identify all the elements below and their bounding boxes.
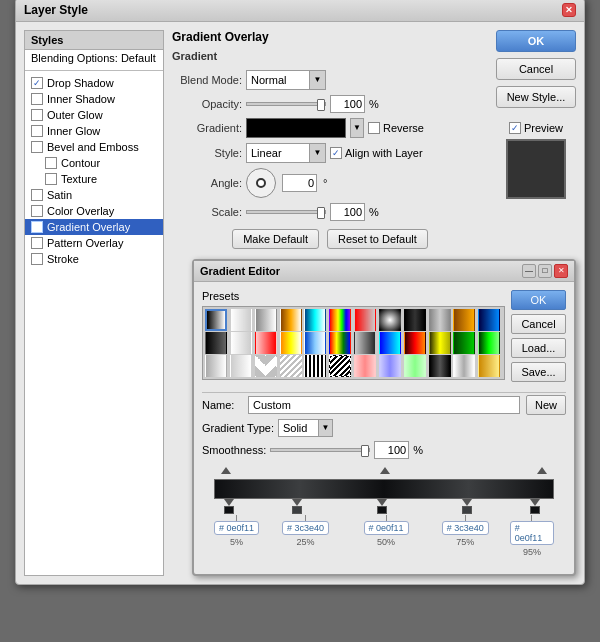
ge-save-button[interactable]: Save... [511,362,566,382]
color-stop-5pct[interactable] [224,499,234,514]
preset-3[interactable] [255,309,277,331]
ge-close-button[interactable]: ✕ [554,264,568,278]
inner-shadow-checkbox[interactable] [31,93,43,105]
style-item-pattern-overlay[interactable]: Pattern Overlay [25,235,163,251]
style-item-contour[interactable]: Contour [25,155,163,171]
preset-18[interactable] [329,332,351,354]
opacity-stop-left[interactable] [221,467,231,474]
preset-11[interactable] [453,309,475,331]
preset-9[interactable] [404,309,426,331]
opacity-stop-right[interactable] [537,467,547,474]
preset-19[interactable] [354,332,376,354]
ok-button[interactable]: OK [496,30,576,52]
preset-31[interactable] [354,355,376,377]
style-item-color-overlay[interactable]: Color Overlay [25,203,163,219]
style-item-stroke[interactable]: Stroke [25,251,163,267]
ge-load-button[interactable]: Load... [511,338,566,358]
style-select[interactable]: Linear ▼ [246,143,326,163]
gradient-bar[interactable] [214,479,554,499]
opacity-slider[interactable] [246,102,326,106]
cancel-button[interactable]: Cancel [496,58,576,80]
smoothness-slider-thumb[interactable] [361,445,369,457]
opacity-slider-thumb[interactable] [317,99,325,111]
style-item-drop-shadow[interactable]: Drop Shadow [25,75,163,91]
preset-13[interactable] [205,332,227,354]
preset-23[interactable] [453,332,475,354]
align-layer-checkbox[interactable] [330,147,342,159]
preset-16[interactable] [280,332,302,354]
name-input[interactable] [248,396,520,414]
style-item-texture[interactable]: Texture [25,171,163,187]
color-stop-75pct[interactable] [462,499,472,514]
new-gradient-button[interactable]: New [526,395,566,415]
scale-slider[interactable] [246,210,326,214]
preset-10[interactable] [429,309,451,331]
preset-35[interactable] [453,355,475,377]
style-item-inner-shadow[interactable]: Inner Shadow [25,91,163,107]
smoothness-slider[interactable] [270,448,370,452]
preset-4[interactable] [280,309,302,331]
style-item-blending[interactable]: Blending Options: Default [25,50,163,66]
preset-22[interactable] [429,332,451,354]
preset-33[interactable] [404,355,426,377]
scale-slider-thumb[interactable] [317,207,325,219]
scale-input[interactable] [330,203,365,221]
preset-6[interactable] [329,309,351,331]
preset-26[interactable] [230,355,252,377]
preset-12[interactable] [478,309,500,331]
preview-checkbox[interactable] [509,122,521,134]
minimize-button[interactable]: — [522,264,536,278]
color-stop-25pct[interactable] [292,499,302,514]
maximize-button[interactable]: □ [538,264,552,278]
gradient-type-select[interactable]: Solid ▼ [278,419,333,437]
close-button[interactable]: ✕ [562,3,576,17]
ge-ok-button[interactable]: OK [511,290,566,310]
style-item-inner-glow[interactable]: Inner Glow [25,123,163,139]
preset-8[interactable] [379,309,401,331]
preset-30[interactable] [329,355,351,377]
angle-dial[interactable] [246,168,276,198]
texture-checkbox[interactable] [45,173,57,185]
color-stop-50pct[interactable] [377,499,387,514]
preset-14[interactable] [230,332,252,354]
pattern-overlay-checkbox[interactable] [31,237,43,249]
reset-default-button[interactable]: Reset to Default [327,229,428,249]
new-style-button[interactable]: New Style... [496,86,576,108]
opacity-input[interactable] [330,95,365,113]
bevel-emboss-checkbox[interactable] [31,141,43,153]
smoothness-input[interactable] [374,441,409,459]
preset-15[interactable] [255,332,277,354]
preset-32[interactable] [379,355,401,377]
opacity-stop-center[interactable] [380,467,390,474]
gradient-swatch[interactable] [246,118,346,138]
preset-27[interactable] [255,355,277,377]
style-item-outer-glow[interactable]: Outer Glow [25,107,163,123]
style-item-gradient-overlay[interactable]: Gradient Overlay [25,219,163,235]
satin-checkbox[interactable] [31,189,43,201]
preset-1[interactable] [205,309,227,331]
style-item-bevel-emboss[interactable]: Bevel and Emboss [25,139,163,155]
color-stop-95pct[interactable] [530,499,540,514]
ge-cancel-button[interactable]: Cancel [511,314,566,334]
preset-29[interactable] [304,355,326,377]
color-overlay-checkbox[interactable] [31,205,43,217]
gradient-arrow[interactable]: ▼ [350,118,364,138]
preset-25[interactable] [205,355,227,377]
preset-36[interactable] [478,355,500,377]
contour-checkbox[interactable] [45,157,57,169]
preset-21[interactable] [404,332,426,354]
drop-shadow-checkbox[interactable] [31,77,43,89]
preset-34[interactable] [429,355,451,377]
preset-28[interactable] [280,355,302,377]
make-default-button[interactable]: Make Default [232,229,319,249]
inner-glow-checkbox[interactable] [31,125,43,137]
preset-20[interactable] [379,332,401,354]
preset-2[interactable] [230,309,252,331]
angle-input[interactable] [282,174,317,192]
preset-7[interactable] [354,309,376,331]
preset-17[interactable] [304,332,326,354]
gradient-overlay-checkbox[interactable] [31,221,43,233]
style-item-satin[interactable]: Satin [25,187,163,203]
stroke-checkbox[interactable] [31,253,43,265]
reverse-checkbox[interactable] [368,122,380,134]
